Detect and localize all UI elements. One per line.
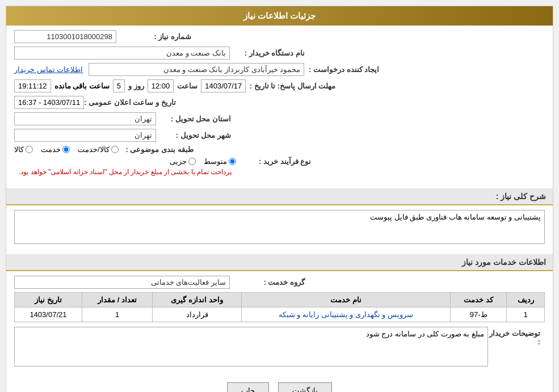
namDastgah-value: بانک صنعت و معدن xyxy=(14,47,230,60)
col-nam: نام خدمت xyxy=(241,293,450,307)
ostan-value: تهران xyxy=(14,112,156,125)
roz-value: 5 xyxy=(113,79,125,92)
print-button[interactable]: چاپ xyxy=(227,382,269,392)
tarikh-elan-value: 1403/07/11 - 16:37 xyxy=(14,96,84,109)
shahr-label: شهر محل تحویل : xyxy=(156,131,236,140)
tabaqeBandi-group: کالا/خدمت خدمت کالا xyxy=(14,145,119,154)
saat-label: ساعت xyxy=(177,82,197,90)
service-table: ردیف کد خدمت نام خدمت واحد اندازه گیری ت… xyxy=(14,292,545,322)
radio-kala[interactable]: کالا xyxy=(14,145,33,154)
roz-label: روز و xyxy=(128,82,144,90)
tabaqeBandi-label: طبقه بندی موضوعی : xyxy=(119,145,198,154)
ostan-label: استان محل تحویل : xyxy=(156,115,236,123)
radio-khadamat[interactable]: خدمت xyxy=(41,145,70,154)
namDastgah-label: نام دستگاه خریدار : xyxy=(230,49,309,57)
cell-tarikh: 1403/07/21 xyxy=(15,307,82,322)
col-vahad: واحد اندازه گیری xyxy=(153,293,242,307)
cell-radif: 1 xyxy=(507,307,545,322)
col-tedad: تعداد / مقدار xyxy=(82,293,152,307)
radio-motavasset[interactable]: متوسط xyxy=(204,157,236,166)
noeFarayand-group: متوسط جزیی xyxy=(170,157,236,166)
ijadKonande-value: محمود خیرآبادی کاربرداز بانک صنعت و معدن xyxy=(89,63,304,76)
tosifatKharidad-value: مبلغ به صورت کلی در سامانه درج شود xyxy=(14,327,488,366)
cell-tedad: 1 xyxy=(82,307,152,322)
shomareNiaz-value: 1103001018000298 xyxy=(14,30,116,43)
shahr-value: تهران xyxy=(14,129,156,142)
back-button[interactable]: بازگشت xyxy=(278,382,332,392)
tosifatKharidad-label: توضیحات خریدار : xyxy=(488,329,545,346)
baqi-label: ساعت باقی مانده xyxy=(54,82,110,90)
noeFarayand-note: پرداخت تمام یا بخشی از مبلغ خریدار از مح… xyxy=(14,166,236,178)
sharhKoli-section-title: شرح کلی نیاز : xyxy=(6,188,553,205)
sharhKoli-value: پشتیبانی و توسعه سامانه هاب فناوری طبق ف… xyxy=(14,210,545,244)
khadamat-section-title: اطلاعات خدمات مورد نیاز xyxy=(6,254,553,271)
radio-jozii[interactable]: جزیی xyxy=(170,157,196,166)
cell-kod: ط-97 xyxy=(451,307,507,322)
page-header: جزئیات اطلاعات نیاز xyxy=(6,6,553,26)
table-row: 1ط-97سرویس و نگهداری و پشتیبانی رایانه و… xyxy=(15,307,545,322)
groheKhadamat-value: سایر فعالیت‌های خدماتی xyxy=(14,276,230,289)
col-radif: ردیف xyxy=(507,293,545,307)
noeFarayand-label: نوع فرآیند خرید : xyxy=(236,157,316,166)
ettelaatTamas-link[interactable]: اطلاعات تماس خریدار xyxy=(14,65,83,74)
button-row: بازگشت چاپ xyxy=(6,374,553,392)
baqi-value: 19:11:12 xyxy=(14,79,51,92)
cell-nam: سرویس و نگهداری و پشتیبانی رایانه و شبکه xyxy=(241,307,450,322)
radio-kala-khadamat[interactable]: کالا/خدمت xyxy=(78,145,119,154)
col-kod: کد خدمت xyxy=(451,293,507,307)
shomareNiaz-label: شماره نیاز : xyxy=(116,32,196,41)
saat-value: 12:00 xyxy=(148,79,174,92)
tarikh-elan-label: تاریخ و ساعت اعلان عمومی : xyxy=(84,98,180,107)
tarikh-value: 1403/07/17 xyxy=(201,79,246,92)
mohlat-label: مهلت ارسال پاسخ: تا تاریخ : xyxy=(249,82,340,90)
cell-vahad: قرارداد xyxy=(153,307,242,322)
ijadKonande-label: ایجاد کننده درخواست : xyxy=(304,65,384,74)
col-tarikh: تاریخ نیاز xyxy=(15,293,82,307)
groheKhadamat-label: گروه خدمت : xyxy=(230,278,309,286)
